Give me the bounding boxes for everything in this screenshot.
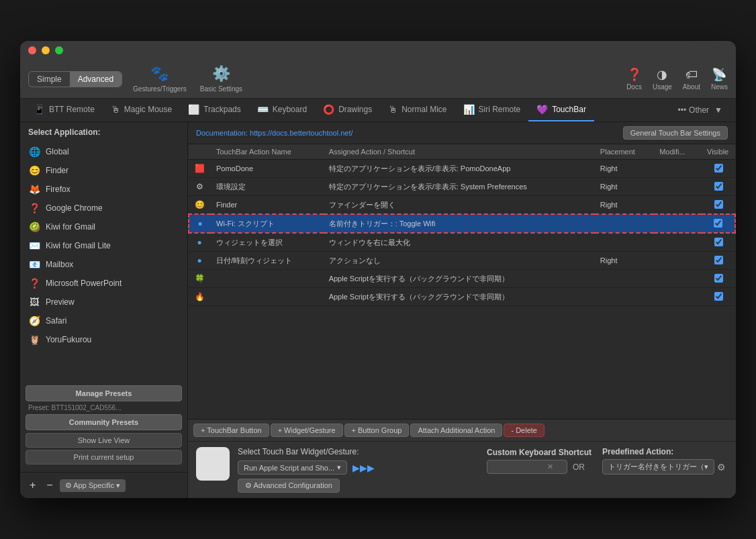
attach-action-button[interactable]: Attach Additional Action — [410, 424, 502, 437]
visible-checkbox[interactable] — [714, 238, 723, 246]
visible-checkbox[interactable] — [714, 182, 723, 191]
advanced-config-button[interactable]: ⚙ Advanced Configuration — [238, 479, 340, 493]
col-icon — [189, 144, 211, 160]
basic-settings-button[interactable]: ⚙️ Basic Settings — [200, 65, 242, 93]
tab-trackpads[interactable]: ⬜ Trackpads — [180, 99, 249, 121]
add-app-button[interactable]: + — [26, 478, 40, 493]
community-presets-button[interactable]: Community Presets — [26, 414, 182, 430]
sidebar-bottom: + − ⚙ App Specific ▾ — [20, 472, 187, 498]
general-touch-bar-settings-button[interactable]: General Touch Bar Settings — [623, 126, 728, 140]
sidebar-item-safari[interactable]: 🧭 Safari — [20, 311, 187, 330]
bottom-panel: + TouchBar Button + Widget/Gesture + But… — [188, 419, 736, 498]
tab-siri-remote[interactable]: 📊 Siri Remote — [455, 99, 529, 121]
about-button[interactable]: 🏷 About — [683, 68, 700, 91]
finder-icon: 😊 — [28, 164, 40, 177]
sidebar-item-yorufukurou[interactable]: 🦉 YoruFukurou — [20, 330, 187, 349]
visible-checkbox[interactable] — [714, 274, 723, 283]
add-widget-button[interactable]: + Widget/Gesture — [271, 424, 343, 437]
sidebar-item-global-label: Global — [46, 147, 69, 156]
sidebar-item-mailbox[interactable]: 📧 Mailbox — [20, 255, 187, 274]
tab-magic-mouse[interactable]: 🖱 Magic Mouse — [103, 99, 180, 121]
print-setup-button[interactable]: Print current setup — [26, 450, 182, 464]
content-area: Documentation: https://docs.bettertoucht… — [188, 122, 736, 498]
gear-icon: ⚙️ — [212, 65, 230, 83]
row-visible-cell — [702, 178, 735, 196]
sidebar-item-chrome-label: Google Chrome — [46, 203, 103, 213]
simple-mode-button[interactable]: Simple — [29, 72, 70, 87]
row-modifier-cell — [654, 252, 702, 270]
tab-drawings[interactable]: ⭕ Drawings — [315, 99, 380, 121]
usage-button[interactable]: ◑ Usage — [653, 67, 672, 91]
other-dots-icon: ••• — [677, 105, 686, 115]
preview-icon: 🖼 — [28, 296, 40, 308]
manage-presets-button[interactable]: Manage Presets — [26, 385, 182, 401]
sidebar-item-kiwi-gmail[interactable]: 🥝 Kiwi for Gmail — [20, 217, 187, 236]
touchbar-icon: 💜 — [536, 104, 548, 115]
table-row-selected[interactable]: ● Wi-Fi: スクリプト 名前付きトリガー：: Toggle Wifi — [189, 214, 735, 233]
about-label: About — [683, 83, 700, 91]
row-visible-cell — [702, 270, 735, 288]
app-specific-button[interactable]: ⚙ App Specific ▾ — [60, 479, 126, 492]
row-modifier-cell — [654, 160, 702, 178]
row-name-cell — [211, 288, 324, 306]
advanced-mode-button[interactable]: Advanced — [70, 72, 122, 87]
news-icon: 📡 — [712, 67, 726, 82]
news-button[interactable]: 📡 News — [711, 67, 728, 91]
col-modifier: Modifi... — [654, 144, 702, 160]
widget-select-dropdown[interactable]: Run Apple Script and Sho... ▾ — [238, 460, 347, 475]
sidebar-item-firefox-label: Firefox — [46, 185, 70, 194]
tab-normal-mice[interactable]: 🖱 Normal Mice — [380, 99, 455, 121]
add-button-group-button[interactable]: + Button Group — [344, 424, 410, 437]
table-row[interactable]: 😊 Finder ファインダーを開く Right — [189, 196, 735, 215]
play-button[interactable]: ▶▶▶ — [352, 462, 375, 473]
sidebar-item-finder[interactable]: 😊 Finder — [20, 161, 187, 180]
table-row[interactable]: 🔥 Apple Scriptを実行する（バックグラウンドで非同期） — [189, 288, 735, 306]
table-row[interactable]: ⚙ 環境設定 特定のアプリケーションを表示/非表示: System Prefer… — [189, 178, 735, 196]
predefined-label: Predefined Action: — [602, 447, 726, 456]
row-visible-cell — [702, 214, 735, 233]
tab-btt-remote-label: BTT Remote — [49, 105, 95, 114]
right-panel: Custom Keyboard Shortcut ✕ OR Predefined… — [487, 447, 728, 475]
visible-checkbox[interactable] — [714, 164, 723, 173]
minimize-button[interactable] — [42, 46, 50, 54]
docs-button[interactable]: ❓ Docs — [626, 67, 642, 91]
visible-checkbox[interactable] — [714, 292, 723, 301]
documentation-link[interactable]: Documentation: https://docs.bettertoucht… — [196, 129, 353, 137]
row-placement-cell: Right — [595, 196, 654, 215]
remove-app-button[interactable]: − — [42, 478, 56, 493]
visible-checkbox[interactable] — [714, 219, 722, 228]
sidebar-item-kiwi-gmail-lite[interactable]: ✉️ Kiwi for Gmail Lite — [20, 236, 187, 255]
sidebar-item-global[interactable]: 🌐 Global — [20, 142, 187, 161]
tab-touchbar[interactable]: 💜 TouchBar — [528, 99, 594, 121]
predefined-gear-icon[interactable]: ⚙ — [717, 462, 726, 473]
visible-checkbox[interactable] — [714, 200, 723, 209]
tab-keyboard[interactable]: ⌨️ Keyboard — [249, 99, 315, 121]
shortcut-input[interactable]: ✕ — [487, 460, 567, 474]
table-row[interactable]: ● ウィジェットを選択 ウィンドウを右に最大化 — [189, 233, 735, 252]
add-touchbar-button[interactable]: + TouchBar Button — [193, 424, 269, 437]
show-live-view-button[interactable]: Show Live View — [26, 433, 182, 448]
col-assigned-action: Assigned Action / Shortcut — [324, 144, 595, 160]
row-action-cell: Apple Scriptを実行する（バックグラウンドで非同期） — [324, 270, 595, 288]
sidebar-item-preview[interactable]: 🖼 Preview — [20, 293, 187, 311]
visible-checkbox[interactable] — [714, 256, 723, 264]
predefined-action-dropdown[interactable]: トリガー名付きをトリガー（▾ — [602, 459, 714, 475]
sidebar-item-finder-label: Finder — [46, 166, 68, 175]
delete-button[interactable]: - Delete — [504, 424, 545, 437]
close-button[interactable] — [28, 46, 36, 54]
row-action-cell: ウィンドウを右に最大化 — [324, 233, 595, 252]
gestures-triggers-button[interactable]: 🐾 Gestures/Triggers — [133, 65, 187, 93]
sidebar-item-firefox[interactable]: 🦊 Firefox — [20, 180, 187, 199]
sidebar-item-powerpoint[interactable]: ❓ Microsoft PowerPoint — [20, 274, 187, 293]
maximize-button[interactable] — [55, 46, 63, 54]
pomodone-icon: 🟥 — [194, 163, 205, 174]
tab-other[interactable]: ••• Other ▼ — [669, 100, 730, 120]
row-placement-cell: Right — [595, 178, 654, 196]
sidebar-item-chrome[interactable]: ❓ Google Chrome — [20, 199, 187, 217]
table-header-row: TouchBar Action Name Assigned Action / S… — [189, 144, 735, 160]
table-row[interactable]: ● 日付/時刻ウィジェット アクションなし Right — [189, 252, 735, 270]
tab-btt-remote[interactable]: 📱 BTT Remote — [26, 99, 103, 121]
table-row[interactable]: 🟥 PomoDone 特定のアプリケーションを表示/非表示: PomoDoneA… — [189, 160, 735, 178]
table-row[interactable]: 🍀 Apple Scriptを実行する（バックグラウンドで非同期） — [189, 270, 735, 288]
siri-remote-icon: 📊 — [463, 104, 475, 115]
